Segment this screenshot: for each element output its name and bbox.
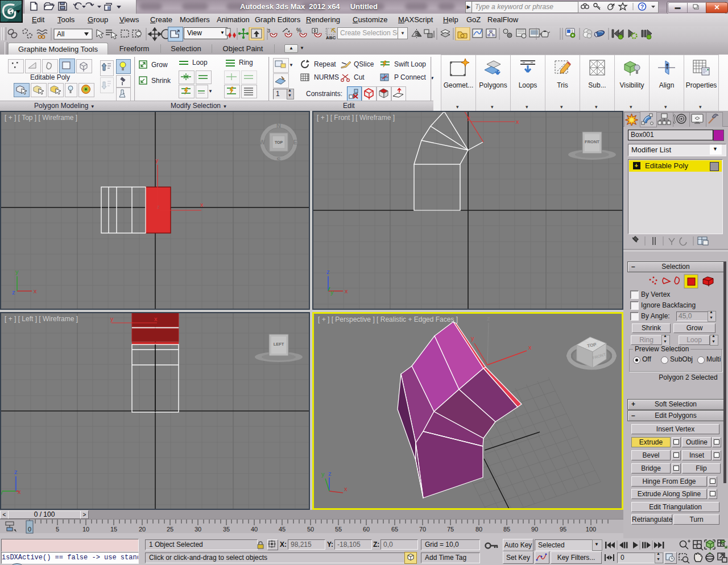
svg-text:55: 55 xyxy=(335,526,342,533)
svg-text:%: % xyxy=(296,27,301,34)
svg-text:S: S xyxy=(276,156,280,163)
svg-text:x: x xyxy=(516,118,519,125)
svg-text:y: y xyxy=(155,157,159,164)
svg-text:y: y xyxy=(467,114,470,121)
svg-text:W: W xyxy=(259,139,266,146)
svg-text:60: 60 xyxy=(363,526,370,533)
svg-text:x: x xyxy=(154,315,158,322)
svg-text:25: 25 xyxy=(167,526,173,533)
svg-text:80: 80 xyxy=(475,526,482,533)
svg-text:E: E xyxy=(293,139,297,146)
svg-text:20: 20 xyxy=(139,526,146,533)
svg-text:TOP: TOP xyxy=(275,140,283,144)
svg-text:z: z xyxy=(14,468,18,475)
svg-text:N: N xyxy=(276,122,281,129)
svg-text:y: y xyxy=(330,289,334,296)
svg-text:x: x xyxy=(345,288,348,294)
svg-text:10: 10 xyxy=(82,526,89,533)
svg-text:5: 5 xyxy=(56,526,59,533)
svg-text:y: y xyxy=(471,335,474,342)
svg-text:85: 85 xyxy=(503,526,510,533)
svg-text:40: 40 xyxy=(251,526,258,533)
svg-text:LEFT: LEFT xyxy=(274,342,284,347)
svg-text:35: 35 xyxy=(223,526,230,533)
svg-text:y: y xyxy=(321,471,325,477)
svg-text:y: y xyxy=(1,488,3,495)
svg-text:FRONT: FRONT xyxy=(585,139,599,144)
svg-text:100: 100 xyxy=(586,526,596,533)
svg-text:0: 0 xyxy=(28,526,31,533)
svg-text:50: 50 xyxy=(307,526,314,533)
svg-text:y: y xyxy=(15,268,19,275)
svg-text:x: x xyxy=(344,485,348,492)
svg-text:z: z xyxy=(328,470,332,477)
svg-text:3: 3 xyxy=(267,28,270,34)
svg-text:75: 75 xyxy=(447,526,454,533)
svg-text:70: 70 xyxy=(419,526,426,533)
svg-text:x: x xyxy=(200,201,204,208)
svg-text:30: 30 xyxy=(195,526,201,533)
svg-text:45: 45 xyxy=(279,526,286,533)
svg-text:y: y xyxy=(110,315,114,322)
svg-text:x: x xyxy=(18,488,21,495)
svg-text:?: ? xyxy=(640,4,644,10)
svg-text:x: x xyxy=(34,288,37,294)
svg-text:z: z xyxy=(157,204,160,210)
svg-text:z: z xyxy=(487,315,490,322)
svg-text:z: z xyxy=(12,289,15,296)
svg-text:90: 90 xyxy=(531,526,538,533)
svg-text:ABC: ABC xyxy=(326,35,336,40)
svg-text:95: 95 xyxy=(560,526,566,533)
svg-text:z: z xyxy=(326,268,330,275)
svg-text:65: 65 xyxy=(391,526,398,533)
svg-text:x: x xyxy=(528,344,532,351)
svg-text:15: 15 xyxy=(110,526,117,533)
svg-text:All: All xyxy=(57,30,64,38)
